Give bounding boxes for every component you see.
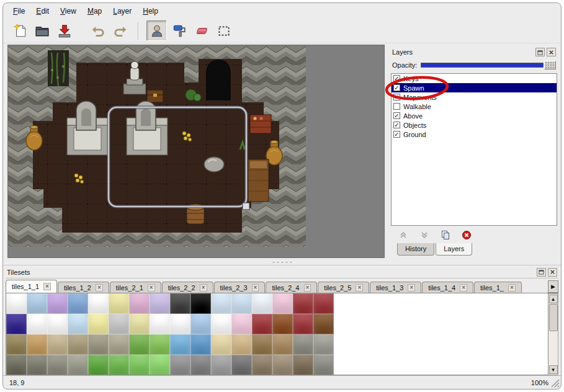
open-button[interactable]: [32, 20, 52, 41]
tab-close-icon[interactable]: ×: [356, 284, 363, 292]
menu-item-view[interactable]: View: [55, 5, 81, 17]
tileset-tab-tiles_2_4[interactable]: tiles_2_4×: [266, 282, 317, 293]
layer-visibility-checkbox[interactable]: ✓: [393, 112, 400, 119]
tileset-tile[interactable]: [313, 293, 334, 314]
duplicate-layer-button[interactable]: [439, 229, 452, 241]
layer-visibility-checkbox[interactable]: [393, 103, 400, 110]
tileset-tile[interactable]: [150, 355, 170, 375]
tab-close-icon[interactable]: ×: [43, 283, 51, 290]
tileset-tile[interactable]: [190, 355, 211, 375]
tileset-tile[interactable]: [170, 334, 190, 355]
tileset-tab-tiles_1_3[interactable]: tiles_1_3×: [370, 282, 421, 293]
stamp-button[interactable]: [146, 20, 167, 41]
tileset-tile[interactable]: [88, 314, 109, 334]
tab-close-icon[interactable]: ×: [508, 284, 516, 292]
tileset-tile[interactable]: [68, 355, 88, 375]
layer-visibility-checkbox[interactable]: ✓: [393, 94, 400, 100]
layer-row-objects[interactable]: ✓Objects: [392, 120, 557, 130]
tileset-tile[interactable]: [293, 334, 313, 355]
tileset-tile[interactable]: [272, 334, 293, 355]
tileset-tile[interactable]: [27, 355, 47, 375]
tileset-tile[interactable]: [231, 314, 252, 334]
splitter-grip[interactable]: [271, 261, 293, 264]
tab-close-icon[interactable]: ×: [304, 284, 311, 292]
tileset-tile[interactable]: [170, 355, 190, 375]
tileset-tile[interactable]: [88, 293, 109, 314]
tileset-tile[interactable]: [129, 314, 150, 334]
move-layer-up-button[interactable]: [397, 229, 410, 241]
tileset-tile[interactable]: [6, 314, 27, 334]
tileset-tile[interactable]: [190, 334, 211, 355]
tileset-tile[interactable]: [150, 334, 170, 355]
select-button[interactable]: [213, 20, 234, 41]
map-canvas[interactable]: [8, 45, 306, 247]
tileset-tile[interactable]: [47, 314, 68, 334]
tileset-tile[interactable]: [88, 334, 109, 355]
tileset-tile[interactable]: [211, 314, 231, 334]
tileset-tile[interactable]: [109, 293, 129, 314]
tileset-tile[interactable]: [109, 314, 129, 334]
layer-row-spawn[interactable]: ✓Spawn: [392, 83, 557, 92]
tileset-tile[interactable]: [27, 314, 47, 334]
tileset-tile[interactable]: [47, 293, 68, 314]
tab-close-icon[interactable]: ×: [408, 284, 415, 292]
tileset-tile[interactable]: [109, 334, 129, 355]
resize-grip-icon[interactable]: [551, 379, 560, 388]
tileset-tile[interactable]: [6, 355, 27, 375]
tileset-tab-tiles_2_5[interactable]: tiles_2_5×: [318, 282, 369, 293]
tileset-tile[interactable]: [190, 293, 211, 314]
tileset-tile[interactable]: [293, 355, 313, 375]
tileset-tile[interactable]: [211, 293, 231, 314]
tileset-tile[interactable]: [170, 314, 190, 334]
menu-item-layer[interactable]: Layer: [108, 5, 137, 17]
scroll-up-icon[interactable]: ▲: [549, 295, 558, 303]
tileset-tile[interactable]: [170, 293, 190, 314]
tileset-tile[interactable]: [313, 334, 334, 355]
tileset-tab-tiles_1_2[interactable]: tiles_1_2×: [58, 282, 109, 293]
float-panel-button[interactable]: [535, 48, 545, 56]
tileset-tab-tiles_1_[interactable]: tiles_1_×: [474, 282, 522, 293]
tileset-tile[interactable]: [27, 334, 47, 355]
tab-scroll-right-button[interactable]: ▶: [548, 280, 558, 293]
tileset-tile[interactable]: [231, 293, 252, 314]
layer-visibility-checkbox[interactable]: ✓: [393, 122, 400, 128]
tileset-tab-tiles_1_1[interactable]: tiles_1_1×: [6, 280, 57, 293]
save-button[interactable]: [54, 20, 74, 41]
tileset-tile[interactable]: [88, 355, 109, 375]
opacity-slider-handle[interactable]: [544, 61, 556, 69]
tileset-tile[interactable]: [150, 314, 170, 334]
tileset-tile[interactable]: [6, 293, 27, 314]
tileset-tile[interactable]: [293, 293, 313, 314]
selection-resize-handle[interactable]: [243, 203, 249, 210]
tab-close-icon[interactable]: ×: [96, 284, 103, 292]
tileset-tile[interactable]: [129, 355, 150, 375]
tileset-tab-tiles_2_2[interactable]: tiles_2_2×: [162, 282, 213, 293]
layer-row-ground[interactable]: ✓Ground: [392, 130, 557, 139]
tileset-tile[interactable]: [252, 334, 272, 355]
tab-close-icon[interactable]: ×: [252, 284, 259, 292]
layer-row-walkable[interactable]: Walkable: [392, 102, 557, 111]
tileset-tile[interactable]: [129, 334, 150, 355]
menu-item-file[interactable]: File: [8, 5, 30, 17]
tileset-tile[interactable]: [47, 355, 68, 375]
delete-layer-button[interactable]: [460, 229, 473, 241]
tab-close-icon[interactable]: ×: [200, 284, 207, 292]
tileset-tile[interactable]: [211, 355, 231, 375]
tab-close-icon[interactable]: ×: [460, 284, 467, 292]
eraser-button[interactable]: [191, 20, 212, 41]
tileset-tile[interactable]: [313, 355, 334, 375]
tileset-tile[interactable]: [68, 334, 88, 355]
horizontal-splitter[interactable]: [3, 259, 561, 265]
tileset-tile[interactable]: [272, 355, 293, 375]
tileset-tab-tiles_1_4[interactable]: tiles_1_4×: [422, 282, 473, 293]
tileset-tile[interactable]: [252, 293, 272, 314]
tileset-tile[interactable]: [252, 314, 272, 334]
tileset-tile[interactable]: [272, 293, 293, 314]
tileset-tile[interactable]: [6, 334, 27, 355]
tileset-tile[interactable]: [68, 314, 88, 334]
layer-visibility-checkbox[interactable]: ✓: [393, 75, 400, 82]
tileset-tile[interactable]: [313, 314, 334, 334]
undo-button[interactable]: [87, 20, 108, 41]
map-viewport[interactable]: [7, 45, 385, 258]
dock-tab-layers[interactable]: Layers: [436, 243, 472, 256]
